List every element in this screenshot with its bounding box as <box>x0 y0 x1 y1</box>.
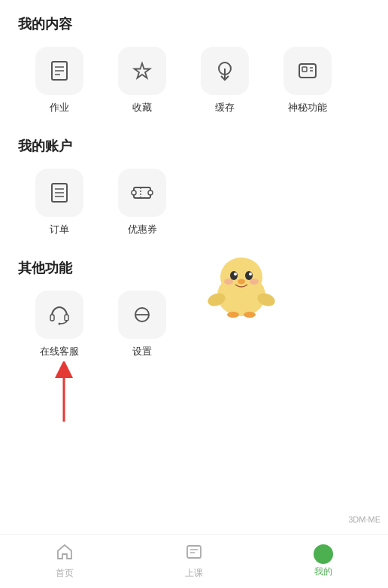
icon-item-coupon[interactable]: 优惠券 <box>101 169 183 236</box>
svg-point-20 <box>59 323 61 325</box>
nav-item-course[interactable]: 上课 <box>129 535 259 588</box>
icon-grid-my-content: 作业 收藏 <box>18 47 370 114</box>
service-label: 在线客服 <box>40 345 79 358</box>
section-title-my-content: 我的内容 <box>18 15 370 33</box>
main-area: 我的内容 作业 <box>0 0 388 588</box>
nav-label-mine: 我的 <box>314 565 332 578</box>
homework-icon <box>35 47 83 95</box>
order-label: 订单 <box>50 223 69 236</box>
nav-label-course: 上课 <box>185 567 203 580</box>
coupon-icon <box>118 169 166 217</box>
icon-item-cache[interactable]: 缓存 <box>183 47 266 114</box>
nav-item-mine[interactable]: 我的 <box>259 535 388 588</box>
favorites-icon <box>118 47 166 95</box>
cache-label: 缓存 <box>215 101 235 114</box>
settings-label: 设置 <box>132 345 152 358</box>
icon-grid-my-account: 订单 优惠券 <box>18 169 370 236</box>
icon-grid-other: 在线客服 设置 <box>18 291 370 358</box>
home-icon <box>56 543 74 565</box>
mystery-label: 神秘功能 <box>288 101 327 114</box>
favorites-label: 收藏 <box>132 101 152 114</box>
section-title-my-account: 我的账户 <box>18 137 370 155</box>
order-icon <box>35 169 83 217</box>
settings-icon <box>118 291 166 339</box>
section-other: 其他功能 在线客服 <box>18 259 370 358</box>
coupon-label: 优惠券 <box>128 223 157 236</box>
icon-item-service[interactable]: 在线客服 <box>18 291 101 358</box>
mine-avatar <box>314 544 333 564</box>
svg-point-15 <box>132 190 136 195</box>
section-my-account: 我的账户 订单 <box>18 137 370 236</box>
service-icon <box>35 291 83 339</box>
homework-label: 作业 <box>50 101 69 114</box>
icon-item-order[interactable]: 订单 <box>18 169 101 236</box>
course-icon <box>185 543 203 565</box>
bottom-nav: 首页 上课 我的 <box>0 534 388 588</box>
icon-item-mystery[interactable]: 神秘功能 <box>266 47 349 114</box>
svg-rect-18 <box>50 315 54 321</box>
section-my-content: 我的内容 作业 <box>18 15 370 114</box>
svg-rect-7 <box>302 67 307 72</box>
icon-item-settings[interactable]: 设置 <box>101 291 183 358</box>
cache-icon <box>201 47 249 95</box>
nav-item-home[interactable]: 首页 <box>0 535 129 588</box>
svg-rect-37 <box>187 546 201 558</box>
icon-item-favorites[interactable]: 收藏 <box>101 47 183 114</box>
nav-label-home: 首页 <box>56 567 74 580</box>
page-content: 我的内容 作业 <box>0 0 388 588</box>
mystery-icon <box>283 47 332 95</box>
svg-rect-19 <box>65 315 68 321</box>
section-title-other: 其他功能 <box>18 259 370 277</box>
icon-item-homework[interactable]: 作业 <box>18 47 101 114</box>
svg-point-16 <box>148 190 153 195</box>
watermark: 3DM·ME <box>348 515 380 524</box>
